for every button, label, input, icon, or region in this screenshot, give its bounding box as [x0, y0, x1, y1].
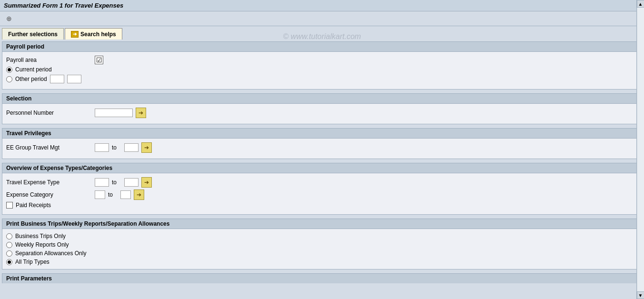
- print-parameters-section: Print Parameters: [2, 273, 642, 283]
- print-business-radio-group: Business Trips Only Weekly Reports Only …: [6, 233, 638, 265]
- travel-expense-type-input-to[interactable]: [124, 178, 139, 187]
- payroll-period-header: Payroll period: [2, 41, 642, 51]
- travel-expense-type-arrow-btn[interactable]: ➔: [141, 177, 152, 188]
- print-parameters-header: Print Parameters: [2, 273, 642, 283]
- personnel-number-arrow-btn[interactable]: ➔: [136, 108, 146, 118]
- payroll-period-section: Payroll period Payroll area ☑ Current pe…: [2, 41, 642, 90]
- paid-receipts-label: Paid Receipts: [16, 202, 51, 209]
- travel-privileges-section: Travel Privileges EE Group Travel Mgt to…: [2, 128, 642, 159]
- payroll-area-checkbox[interactable]: ☑: [95, 56, 103, 64]
- current-period-row: Current period: [6, 66, 638, 73]
- all-trip-types-row[interactable]: All Trip Types: [6, 259, 638, 265]
- paid-receipts-row: Paid Receipts: [6, 202, 638, 209]
- paid-receipts-checkbox[interactable]: [6, 202, 13, 209]
- ee-group-input-from[interactable]: [95, 143, 109, 152]
- scrollbar[interactable]: ▲ ▼: [636, 0, 644, 299]
- other-period-row: Other period: [6, 75, 638, 83]
- travel-expense-type-input-from[interactable]: [95, 178, 109, 187]
- travel-expense-to-label: to: [112, 179, 121, 186]
- scroll-down-arrow[interactable]: ▼: [637, 291, 644, 299]
- expense-category-input-from[interactable]: [95, 190, 105, 199]
- expense-category-to-label: to: [108, 191, 118, 198]
- business-trips-only-label: Business Trips Only: [15, 233, 66, 239]
- main-content: Payroll period Payroll area ☑ Current pe…: [0, 40, 644, 291]
- other-period-label: Other period: [15, 76, 47, 82]
- separation-allowances-only-radio[interactable]: [6, 250, 12, 257]
- page-title: Summarized Form 1 for Travel Expenses: [4, 2, 123, 9]
- tab-arrow-icon: ➔: [71, 31, 79, 38]
- expense-types-section: Overview of Expense Types/Categories Tra…: [2, 163, 642, 215]
- print-business-body: Business Trips Only Weekly Reports Only …: [2, 229, 642, 269]
- checkbox-check-icon: ☑: [96, 56, 102, 64]
- tab-further-selections[interactable]: Further selections: [2, 28, 64, 40]
- all-trip-types-radio[interactable]: [6, 259, 12, 265]
- payroll-area-row: Payroll area ☑: [6, 56, 638, 64]
- payroll-area-label: Payroll area: [6, 57, 92, 63]
- selection-section: Selection Personnel Number ➔: [2, 93, 642, 124]
- travel-expense-type-label: Travel Expense Type: [6, 179, 92, 186]
- expense-category-label: Expense Category: [6, 191, 92, 198]
- scroll-up-arrow[interactable]: ▲: [637, 0, 644, 8]
- tab-search-helps[interactable]: ➔ Search helps: [65, 28, 122, 40]
- print-business-header: Print Business Trips/Weekly Reports/Sepa…: [2, 219, 642, 229]
- tab-further-selections-label: Further selections: [8, 31, 58, 38]
- business-trips-only-row[interactable]: Business Trips Only: [6, 233, 638, 239]
- business-trips-only-radio[interactable]: [6, 233, 12, 239]
- expense-category-row: Expense Category to ➔: [6, 189, 638, 200]
- ee-group-input-to[interactable]: [124, 143, 139, 152]
- expense-types-body: Travel Expense Type to ➔ Expense Categor…: [2, 173, 642, 215]
- ee-group-arrow-btn[interactable]: ➔: [141, 142, 152, 153]
- personnel-number-label: Personnel Number: [6, 110, 92, 116]
- ee-group-label: EE Group Travel Mgt: [6, 144, 92, 151]
- personnel-number-row: Personnel Number ➔: [6, 108, 638, 118]
- travel-privileges-body: EE Group Travel Mgt to ➔: [2, 138, 642, 159]
- other-period-input-1[interactable]: [50, 75, 64, 83]
- separation-allowances-only-label: Separation Allowances Only: [15, 250, 86, 257]
- personnel-number-input[interactable]: [95, 109, 133, 117]
- weekly-reports-only-radio[interactable]: [6, 242, 12, 248]
- scroll-track[interactable]: [637, 8, 644, 291]
- weekly-reports-only-row[interactable]: Weekly Reports Only: [6, 241, 638, 248]
- current-period-radio[interactable]: [6, 67, 12, 73]
- tab-search-helps-label: Search helps: [80, 31, 116, 38]
- selection-header: Selection: [2, 93, 642, 103]
- toolbar-row: ⊕ © www.tutorialkart.com: [0, 11, 644, 26]
- ee-group-row: EE Group Travel Mgt to ➔: [6, 142, 638, 153]
- other-period-radio[interactable]: [6, 76, 12, 82]
- separation-allowances-only-row[interactable]: Separation Allowances Only: [6, 250, 638, 257]
- all-trip-types-label: All Trip Types: [15, 259, 50, 265]
- tab-bar: Further selections ➔ Search helps: [0, 26, 644, 40]
- expense-types-header: Overview of Expense Types/Categories: [2, 163, 642, 173]
- payroll-period-body: Payroll area ☑ Current period Other peri…: [2, 51, 642, 90]
- current-period-label: Current period: [15, 66, 52, 73]
- travel-expense-type-row: Travel Expense Type to ➔: [6, 177, 638, 188]
- expense-category-arrow-btn[interactable]: ➔: [134, 189, 144, 200]
- selection-body: Personnel Number ➔: [2, 103, 642, 124]
- globe-icon[interactable]: ⊕: [4, 13, 14, 24]
- weekly-reports-only-label: Weekly Reports Only: [15, 241, 69, 248]
- expense-category-input-to[interactable]: [120, 190, 131, 199]
- ee-group-to-label: to: [112, 144, 121, 151]
- travel-privileges-header: Travel Privileges: [2, 128, 642, 138]
- other-period-input-2[interactable]: [67, 75, 81, 83]
- print-business-section: Print Business Trips/Weekly Reports/Sepa…: [2, 219, 642, 269]
- title-bar: Summarized Form 1 for Travel Expenses: [0, 0, 644, 11]
